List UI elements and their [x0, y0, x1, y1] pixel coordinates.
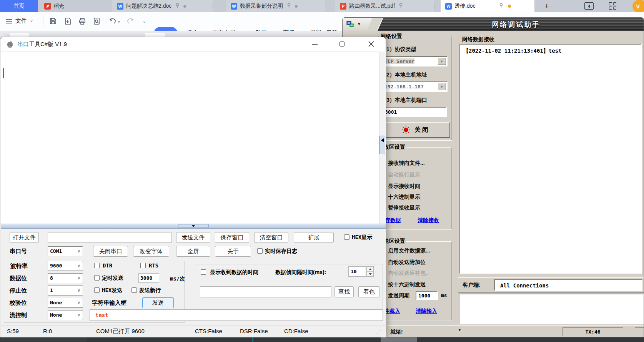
export-pdf-icon[interactable]: [64, 17, 72, 27]
timed-send-checkbox[interactable]: [94, 275, 100, 281]
tab-home[interactable]: 首页: [0, 0, 38, 12]
send-auto-append-item[interactable]: 自动发送附加位: [388, 259, 426, 266]
splitter-handle-button[interactable]: [178, 224, 209, 228]
recv-pause-item[interactable]: 暂停接收显示: [388, 204, 420, 211]
print-icon[interactable]: [78, 17, 86, 27]
client-select[interactable]: All Connections: [494, 279, 642, 291]
window-layout-icon[interactable]: 4: [584, 2, 594, 10]
serial-title-bar[interactable]: 串口工具C#版 V1.9: [0, 37, 386, 51]
recv-interval-input[interactable]: 10: [348, 266, 366, 277]
clear-input-link[interactable]: 清除输入: [416, 308, 437, 315]
timed-send-interval-input[interactable]: 3000: [138, 273, 159, 283]
local-port-input[interactable]: 8001: [382, 107, 447, 117]
file-path-input[interactable]: [48, 232, 171, 243]
tab-doc-2[interactable]: W 数据采集部分说明: [226, 0, 325, 12]
local-host-select[interactable]: 192.168.1.187 ▼: [382, 81, 448, 92]
stepper-up-icon[interactable]: [367, 267, 373, 272]
color-button[interactable]: 着色: [358, 286, 380, 297]
serial-receive-area[interactable]: [1, 51, 379, 224]
send-string-value: test: [95, 312, 108, 318]
tab-pdf[interactable]: P 路由器数采...试.pdf: [335, 0, 434, 12]
recv-redirect-file-item[interactable]: 接收转向文件...: [388, 160, 425, 167]
hex-send-checkbox[interactable]: [94, 287, 100, 293]
resize-grip[interactable]: .⋰: [376, 329, 382, 334]
baud-select[interactable]: 9600∨: [48, 261, 83, 271]
send-file-source-item[interactable]: 启用文件数据源...: [388, 247, 430, 254]
send-newline-checkbox[interactable]: [131, 287, 137, 293]
title-menu-chevron-icon[interactable]: ▼: [357, 22, 361, 26]
network-close-button[interactable]: 关闭: [381, 122, 450, 138]
send-file-button[interactable]: 发送文件: [176, 232, 210, 243]
stopbits-select[interactable]: 1∨: [48, 286, 83, 296]
port-select[interactable]: COM1∨: [48, 246, 83, 256]
flow-control-select[interactable]: None∨: [48, 310, 83, 320]
search-input[interactable]: [200, 286, 331, 297]
network-app-icon[interactable]: [346, 21, 354, 29]
tab-docer[interactable]: 稻壳: [38, 0, 75, 12]
network-send-area[interactable]: [459, 294, 644, 324]
vip-badge[interactable]: V: [632, 0, 644, 12]
save-window-button[interactable]: 保存窗口: [215, 232, 249, 243]
recv-show-time-item[interactable]: 显示接收时间: [388, 183, 420, 190]
show-recv-time-checkbox[interactable]: [201, 269, 206, 275]
pin-icon[interactable]: [175, 3, 180, 9]
maximize-button[interactable]: [339, 42, 344, 46]
tab-doc-active[interactable]: W 透传.doc: [441, 0, 534, 12]
send-auto-reply-item[interactable]: 自动发送应答包..: [388, 270, 429, 277]
protocol-type-select[interactable]: TCP Server ▼: [382, 56, 448, 66]
status-cts: CTS:False: [195, 328, 222, 334]
tab-doc-1[interactable]: W 问题解决总结2.doc: [112, 0, 213, 12]
find-button[interactable]: 查找: [334, 286, 354, 297]
minimize-button[interactable]: [312, 44, 318, 45]
clear-receive-link[interactable]: 清除接收: [418, 217, 439, 224]
splitter-collapse-button[interactable]: [379, 136, 385, 154]
dropdown-arrow-icon[interactable]: ▼: [438, 58, 446, 65]
pin-icon[interactable]: [499, 3, 503, 9]
send-button[interactable]: 发送: [142, 297, 174, 308]
parity-select[interactable]: None∨: [48, 298, 83, 308]
open-file-button[interactable]: 打开文件: [10, 232, 39, 243]
stepper-down-icon[interactable]: [367, 272, 373, 276]
about-button[interactable]: 关于: [215, 246, 251, 257]
databits-select[interactable]: 8∨: [48, 273, 83, 283]
expand-button[interactable]: 扩展: [294, 232, 334, 243]
menu-icon[interactable]: [5, 18, 12, 26]
network-receive-area[interactable]: 【2022-11-02 11:21:13:461】test: [459, 44, 642, 274]
network-assistant-window: ▼ 网络调试助手 网络设置 （1）协议类型 TCP Server ▼ （2）本地…: [342, 17, 644, 337]
dropdown-arrow-icon[interactable]: ▼: [438, 83, 446, 90]
pdf-icon: P: [340, 3, 346, 10]
save-log-checkbox[interactable]: [257, 248, 263, 254]
undo-icon[interactable]: [109, 17, 118, 27]
network-title-bar[interactable]: ▼ 网络调试助手: [343, 18, 644, 31]
redo-icon[interactable]: [125, 17, 134, 26]
recv-autowrap-item[interactable]: 自动换行显示: [388, 171, 420, 178]
status-expand-arrow-icon[interactable]: ▼: [458, 328, 461, 332]
close-button[interactable]: [368, 41, 374, 48]
send-hex-item[interactable]: 按十六进制发送: [388, 281, 426, 288]
file-menu-chevron-icon[interactable]: ∨: [30, 18, 33, 23]
dtr-checkbox[interactable]: [94, 263, 100, 268]
undo-dropdown-icon[interactable]: ▾: [118, 20, 120, 24]
recv-hex-display-item[interactable]: 十六进制显示: [388, 194, 420, 201]
doc-icon: W: [117, 3, 123, 10]
pin-icon[interactable]: [287, 3, 291, 9]
pin-icon[interactable]: [399, 3, 403, 9]
hex-display-checkbox[interactable]: [344, 234, 349, 240]
local-host-label: （2）本地主机地址: [381, 71, 427, 78]
new-tab-button[interactable]: +: [540, 1, 554, 12]
apple-icon: [7, 40, 13, 50]
grid-apps-icon[interactable]: [609, 2, 617, 10]
fullscreen-button[interactable]: 全屏: [176, 246, 210, 257]
close-port-button[interactable]: 关闭串口: [93, 246, 128, 257]
send-cycle-input[interactable]: 1000: [416, 291, 438, 300]
rts-checkbox[interactable]: [140, 263, 146, 268]
change-font-button[interactable]: 改变字体: [133, 246, 169, 257]
save-icon[interactable]: [49, 17, 57, 27]
file-menu-button[interactable]: 文件: [15, 17, 27, 25]
network-window-title: 网络调试助手: [389, 20, 644, 29]
print-preview-icon[interactable]: [93, 17, 101, 27]
more-tools-chevron-icon[interactable]: ⌄: [142, 18, 146, 24]
clear-window-button[interactable]: 清空窗口: [254, 232, 288, 243]
recv-interval-stepper[interactable]: [366, 266, 374, 277]
send-string-input[interactable]: test: [90, 309, 383, 321]
